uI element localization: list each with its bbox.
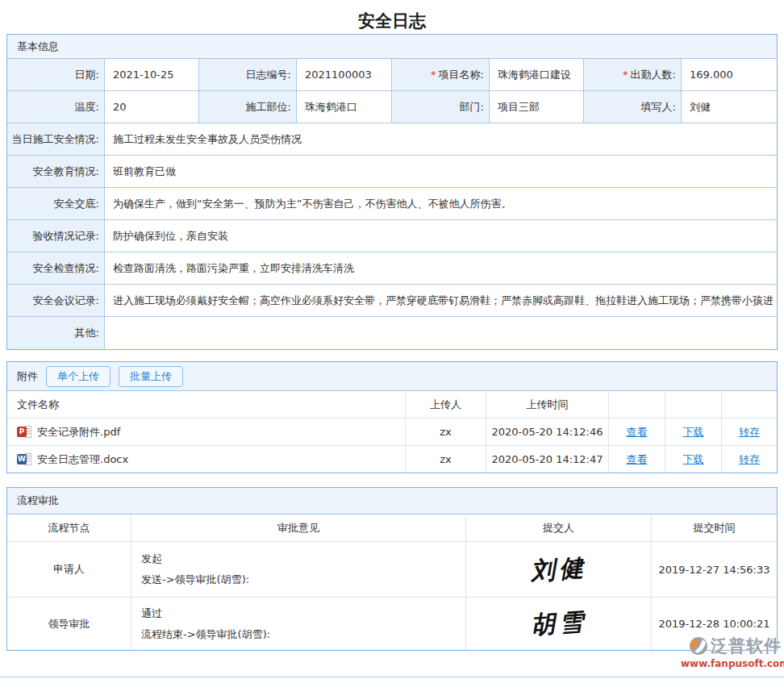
col-submit-time: 提交时间 [652, 514, 777, 541]
approval-table: 流程节点 审批意见 提交人 提交时间 申请人 发起 发送->领导审批(胡雪): … [7, 514, 777, 650]
col-action-2 [665, 391, 722, 418]
watermark-url: www.fanpusoft.com [681, 658, 782, 669]
field-value-log-number: 2021100003 [297, 59, 392, 91]
attachments-table: 文件名称 上传人 上传时间 P 安全记录附件.pdf zx 2020-05-20… [7, 391, 777, 473]
approval-section-title: 流程审批 [7, 488, 777, 514]
required-marker: * [431, 69, 436, 81]
opinion-line: 发起 [141, 550, 162, 568]
row-label: 安全教育情况: [7, 156, 105, 188]
required-marker: * [623, 69, 628, 81]
fanpu-logo-icon [688, 635, 709, 656]
single-upload-button[interactable]: 单个上传 [46, 366, 111, 387]
field-label-log-number: 日志编号: [199, 59, 297, 91]
submitter-signature: 胡雪 [529, 606, 588, 643]
field-value-department: 项目三部 [490, 91, 584, 123]
file-upload-time: 2020-05-20 14:12:46 [486, 419, 609, 445]
row-other: 其他: [7, 317, 777, 349]
approval-row-applicant: 申请人 发起 发送->领导审批(胡雪): 刘健 2019-12-27 14:56… [7, 542, 777, 598]
field-value-writer: 刘健 [682, 91, 777, 123]
field-value-project-name: 珠海鹤港口建设 [490, 59, 584, 91]
attachments-section-title: 附件 [17, 369, 38, 384]
col-uploader: 上传人 [406, 391, 486, 418]
view-link[interactable]: 查看 [627, 425, 648, 439]
page-title: 安全日志 [0, 0, 784, 34]
pdf-file-icon: P [17, 426, 32, 439]
col-action-3 [722, 391, 777, 418]
transfer-link[interactable]: 转存 [739, 425, 760, 439]
transfer-link[interactable]: 转存 [739, 452, 760, 467]
row-value [105, 317, 777, 349]
row-value: 防护确保到位，亲自安装 [105, 220, 777, 252]
attachments-table-header: 文件名称 上传人 上传时间 [7, 391, 777, 419]
basic-info-grid: 日期: 2021-10-25 日志编号: 2021100003 *项目名称: 珠… [7, 59, 777, 123]
row-label: 验收情况记录: [7, 220, 105, 252]
download-link[interactable]: 下载 [683, 425, 704, 439]
row-value: 施工过程未发生安全事故及人员受伤情况 [105, 123, 777, 156]
field-label-project-name: *项目名称: [392, 59, 490, 91]
field-label-department: 部门: [392, 91, 490, 123]
field-value-construction-part: 珠海鹤港口 [297, 91, 392, 123]
row-label: 安全交底: [7, 188, 105, 220]
field-label-temperature: 温度: [7, 91, 105, 123]
approval-panel: 流程审批 流程节点 审批意见 提交人 提交时间 申请人 发起 发送->领导审批(… [6, 487, 778, 651]
col-action-1 [609, 391, 665, 418]
row-safety-disclosure: 安全交底: 为确保生产，做到“安全第一、预防为主”不伤害自己，不伤害他人、不被他… [7, 188, 777, 220]
field-value-date: 2021-10-25 [105, 59, 199, 91]
file-upload-time: 2020-05-20 14:12:47 [486, 446, 609, 473]
basic-info-section-title: 基本信息 [7, 35, 777, 59]
col-opinion: 审批意见 [131, 514, 466, 541]
approval-table-header: 流程节点 审批意见 提交人 提交时间 [7, 514, 777, 542]
row-safety-inspection: 安全检查情况: 检查路面清洗，路面污染严重，立即安排清洗车清洗 [7, 252, 777, 285]
batch-upload-button[interactable]: 批量上传 [119, 366, 183, 387]
flow-node: 领导审批 [7, 598, 131, 650]
row-label: 安全会议记录: [7, 285, 105, 317]
file-name[interactable]: 安全记录附件.pdf [37, 425, 120, 439]
opinion-line: 发送->领导审批(胡雪): [141, 571, 249, 589]
row-value: 进入施工现场必须戴好安全帽；高空作业必须系好安全带，严禁穿硬底带钉易滑鞋；严禁赤… [105, 285, 777, 317]
field-label-writer: 填写人: [584, 91, 682, 123]
opinion-line: 通过 [141, 605, 162, 623]
file-uploader: zx [406, 419, 486, 445]
row-value: 班前教育已做 [105, 156, 777, 188]
opinion-line: 流程结束->领导审批(胡雪): [141, 626, 270, 644]
row-acceptance-record: 验收情况记录: 防护确保到位，亲自安装 [7, 220, 777, 252]
row-label: 安全检查情况: [7, 252, 105, 285]
row-value: 检查路面清洗，路面污染严重，立即安排清洗车清洗 [105, 252, 777, 285]
file-name[interactable]: 安全日志管理.docx [37, 452, 128, 467]
row-label: 当日施工安全情况: [7, 123, 105, 156]
flow-node: 申请人 [7, 542, 131, 597]
attachments-panel: 附件 单个上传 批量上传 文件名称 上传人 上传时间 P 安全记录附件.pdf … [6, 361, 778, 473]
word-file-icon: W [17, 453, 32, 466]
download-link[interactable]: 下载 [683, 452, 704, 467]
col-upload-time: 上传时间 [486, 391, 609, 418]
field-label-construction-part: 施工部位: [199, 91, 297, 123]
row-daily-safety: 当日施工安全情况: 施工过程未发生安全事故及人员受伤情况 [7, 123, 777, 156]
field-value-temperature: 20 [105, 91, 199, 123]
field-value-attendance: 169.000 [682, 59, 777, 91]
col-flow-node: 流程节点 [7, 514, 131, 541]
file-uploader: zx [406, 446, 486, 473]
row-value: 为确保生产，做到“安全第一、预防为主”不伤害自己，不伤害他人、不被他人所伤害。 [105, 188, 777, 220]
approval-row-leader: 领导审批 通过 流程结束->领导审批(胡雪): 胡雪 2019-12-28 10… [7, 598, 777, 650]
field-label-date: 日期: [7, 59, 105, 91]
basic-info-panel: 基本信息 日期: 2021-10-25 日志编号: 2021100003 *项目… [6, 34, 778, 350]
field-label-attendance: *出勤人数: [584, 59, 682, 91]
file-row: W 安全日志管理.docx zx 2020-05-20 14:12:47 查看 … [7, 446, 777, 473]
row-label: 其他: [7, 317, 105, 349]
file-row: P 安全记录附件.pdf zx 2020-05-20 14:12:46 查看 下… [7, 419, 777, 446]
bottom-divider [0, 676, 784, 678]
vendor-watermark: 泛普软件 www.fanpusoft.com [681, 635, 782, 669]
submit-time: 2019-12-27 14:56:33 [652, 542, 777, 597]
row-safety-meeting: 安全会议记录: 进入施工现场必须戴好安全帽；高空作业必须系好安全带，严禁穿硬底带… [7, 285, 777, 317]
row-safety-education: 安全教育情况: 班前教育已做 [7, 156, 777, 188]
col-file-name: 文件名称 [7, 391, 406, 418]
view-link[interactable]: 查看 [627, 452, 648, 467]
watermark-brand: 泛普软件 [711, 635, 782, 657]
col-submitter: 提交人 [466, 514, 652, 541]
submitter-signature: 刘健 [529, 551, 588, 588]
